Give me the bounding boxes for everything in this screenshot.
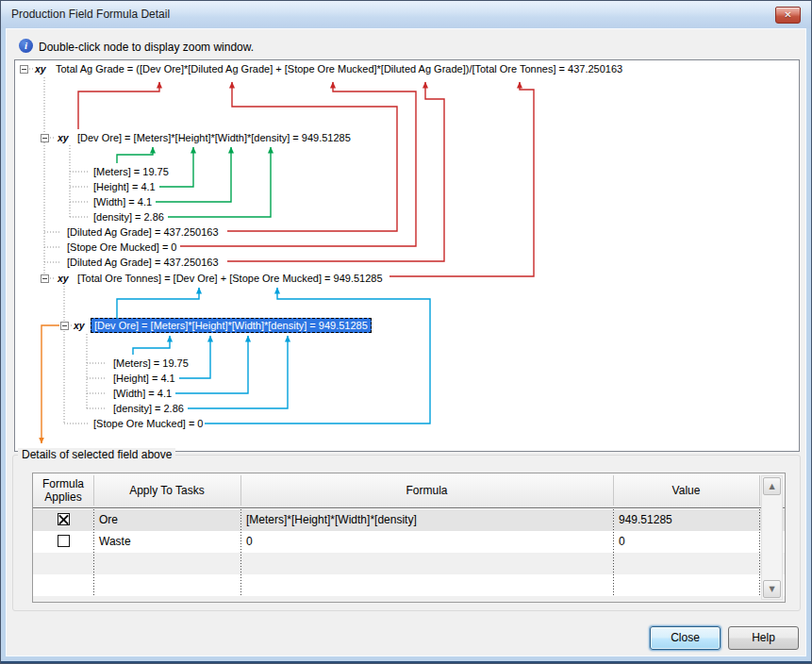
tree-node-total-ore-tonnes[interactable]: [Total Ore Tonnes] = [Dev Ore] + [Stope … <box>77 271 383 286</box>
details-table: Formula Applies Apply To Tasks Formula V… <box>32 473 786 603</box>
tree-node-width-1[interactable]: [Width] = 4.1 <box>93 194 152 209</box>
header-formula-applies[interactable]: Formula Applies <box>33 473 93 507</box>
tree-node-width-2[interactable]: [Width] = 4.1 <box>113 386 172 401</box>
help-button[interactable]: Help <box>728 626 799 650</box>
table-row-ore[interactable]: Ore [Meters]*[Height]*[Width]*[density] … <box>33 509 785 531</box>
column-separator <box>93 509 94 596</box>
header-formula[interactable]: Formula <box>240 473 613 507</box>
header-separator <box>613 475 614 506</box>
dialog-window: Production Field Formula Detail ✕ i Doub… <box>0 0 812 664</box>
dialog-title: Production Field Formula Detail <box>11 8 170 21</box>
tree-node-total-ag-grade[interactable]: Total Ag Grade = ([Dev Ore]*[Diluted Ag … <box>56 61 622 76</box>
tree-node-meters-1[interactable]: [Meters] = 19.75 <box>93 164 169 179</box>
table-row-waste[interactable]: Waste 0 0 <box>33 531 785 553</box>
header-apply-to-tasks[interactable]: Apply To Tasks <box>93 473 240 507</box>
tree-node-stope-ore-mucked-2[interactable]: [Stope Ore Mucked] = 0 <box>93 416 203 431</box>
formula-cell[interactable]: [Meters]*[Height]*[Width]*[density] <box>246 509 417 531</box>
tree-node-height-2[interactable]: [Height] = 4.1 <box>113 371 175 386</box>
close-dialog-button[interactable]: Close <box>650 626 721 650</box>
value-cell[interactable]: 949.51285 <box>619 509 672 531</box>
task-cell[interactable]: Waste <box>99 531 131 553</box>
header-separator <box>759 475 760 506</box>
info-icon: i <box>19 39 33 53</box>
table-filler-row <box>33 596 785 602</box>
expand-toggle-dev-ore-2[interactable] <box>60 322 69 330</box>
info-hint-text: Double-click node to display zoom window… <box>39 41 254 54</box>
value-cell[interactable]: 0 <box>619 531 625 553</box>
header-separator <box>93 475 94 506</box>
task-cell[interactable]: Ore <box>99 509 118 531</box>
tree-node-density-2[interactable]: [density] = 2.86 <box>113 401 184 416</box>
xy-node-icon: xy <box>74 318 91 333</box>
scroll-up-button[interactable]: ▲ <box>763 477 781 495</box>
formula-applies-checkbox-ore[interactable] <box>58 513 70 525</box>
tree-node-diluted-ag-grade-1[interactable]: [Diluted Ag Grade] = 437.250163 <box>67 224 219 240</box>
xy-node-icon: xy <box>58 130 75 145</box>
expand-toggle-total-ag-grade[interactable] <box>20 65 28 74</box>
column-separator <box>240 509 241 596</box>
column-separator <box>613 509 614 596</box>
details-groupbox-label: Details of selected field above <box>18 448 175 461</box>
tree-node-density-1[interactable]: [density] = 2.86 <box>93 209 164 224</box>
tree-node-stope-ore-mucked-1[interactable]: [Stope Ore Mucked] = 0 <box>67 240 176 255</box>
close-icon: ✕ <box>784 9 791 20</box>
column-separator <box>759 509 760 596</box>
table-row-empty <box>33 574 785 596</box>
tree-node-diluted-ag-grade-2[interactable]: [Diluted Ag Grade] = 437.250163 <box>67 255 219 270</box>
close-button[interactable]: ✕ <box>775 7 801 24</box>
title-bar[interactable]: Production Field Formula Detail <box>1 1 811 28</box>
expand-toggle-total-ore-tonnes[interactable] <box>41 274 49 283</box>
tree-node-dev-ore-1[interactable]: [Dev Ore] = [Meters]*[Height]*[Width]*[d… <box>77 130 351 145</box>
scroll-down-button[interactable]: ▼ <box>763 580 781 598</box>
xy-node-icon: xy <box>35 61 52 76</box>
table-row-empty <box>33 553 785 574</box>
tree-node-dev-ore-2-selected[interactable]: [Dev Ore] = [Meters]*[Height]*[Width]*[d… <box>91 318 372 333</box>
xy-node-icon: xy <box>58 271 75 286</box>
vertical-scrollbar[interactable]: ▲ ▼ <box>761 475 783 600</box>
details-table-header: Formula Applies Apply To Tasks Formula V… <box>33 473 785 508</box>
header-separator <box>240 475 241 506</box>
tree-node-height-1[interactable]: [Height] = 4.1 <box>93 179 156 194</box>
formula-cell[interactable]: 0 <box>246 531 253 553</box>
window-bottom-edge <box>1 661 811 663</box>
header-value[interactable]: Value <box>613 473 759 507</box>
formula-applies-checkbox-waste[interactable] <box>58 535 70 547</box>
tree-node-meters-2[interactable]: [Meters] = 19.75 <box>113 356 189 371</box>
expand-toggle-dev-ore-1[interactable] <box>41 134 49 142</box>
